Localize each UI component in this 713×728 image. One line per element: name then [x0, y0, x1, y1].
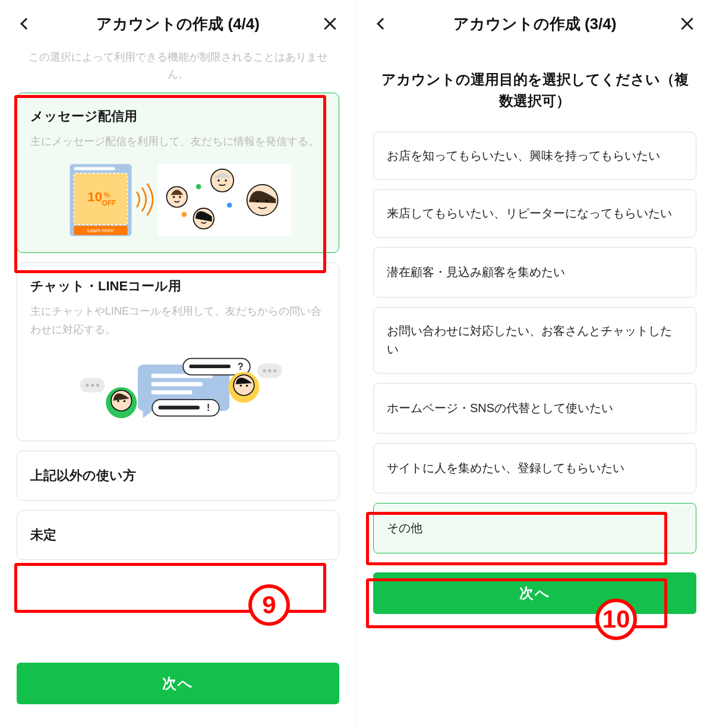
svg-rect-35	[151, 391, 192, 395]
chevron-left-icon	[377, 18, 389, 30]
purpose-label: お店を知ってもらいたい、興味を持ってもらいたい	[387, 149, 660, 162]
svg-text:Learn more: Learn more	[87, 228, 113, 234]
option-desc: 主にメッセージ配信を利用して、友だちに情報を発信する。	[30, 132, 326, 151]
header: アカウントの作成 (4/4)	[0, 0, 356, 46]
purpose-item[interactable]: サイトに人を集めたい、登録してもらいたい	[373, 443, 696, 493]
svg-point-24	[265, 200, 267, 202]
option-illustration: ? !	[30, 349, 326, 429]
svg-point-18	[225, 179, 226, 181]
svg-point-10	[196, 184, 201, 189]
svg-rect-34	[151, 382, 203, 387]
back-button[interactable]	[371, 12, 395, 36]
subtext: この選択によって利用できる機能が制限されることはありません。	[17, 46, 339, 93]
purpose-label: 来店してもらいたい、リピーターになってもらいたい	[387, 207, 672, 220]
page-title: アカウントの作成 (4/4)	[38, 14, 318, 34]
svg-point-48	[268, 369, 271, 372]
option-title: メッセージ配信用	[30, 107, 326, 125]
section-heading: アカウントの運用目的を選択してください（複数選択可）	[356, 46, 713, 132]
svg-point-43	[234, 375, 254, 396]
svg-text:?: ?	[238, 362, 244, 372]
svg-point-32	[124, 400, 125, 402]
svg-point-27	[91, 384, 94, 387]
svg-point-28	[96, 384, 99, 387]
option-title: 未定	[30, 526, 326, 544]
svg-point-31	[117, 400, 119, 402]
next-button[interactable]: 次へ	[373, 572, 696, 614]
svg-point-23	[256, 200, 258, 202]
svg-rect-40	[159, 406, 200, 410]
chevron-left-icon	[20, 18, 32, 30]
content: この選択によって利用できる機能が制限されることはありません。 メッセージ配信用 …	[0, 46, 356, 653]
purpose-item[interactable]: お店を知ってもらいたい、興味を持ってもらいたい	[373, 132, 696, 180]
usage-option-messaging[interactable]: メッセージ配信用 主にメッセージ配信を利用して、友だちに情報を発信する。 10 …	[17, 93, 339, 254]
usage-option-chat-call[interactable]: チャット・LINEコール用 主にチャットやLINEコールを利用して、友だちからの…	[17, 262, 339, 441]
header: アカウントの作成 (3/4)	[356, 0, 713, 46]
purpose-label: その他	[387, 521, 422, 534]
svg-point-26	[86, 384, 89, 387]
purpose-item-other[interactable]: その他	[373, 503, 696, 553]
svg-text:%: %	[104, 191, 110, 198]
svg-point-17	[217, 179, 219, 181]
pane-step-4: アカウントの作成 (4/4) この選択によって利用できる機能が制限されることはあ…	[0, 0, 356, 728]
close-button[interactable]	[318, 12, 342, 36]
svg-point-15	[179, 196, 181, 198]
purpose-item[interactable]: 潜在顧客・見込み顧客を集めたい	[373, 247, 696, 297]
purpose-item[interactable]: お問い合わせに対応したい、お客さんとチャットしたい	[373, 307, 696, 374]
svg-point-16	[211, 169, 234, 192]
back-button[interactable]	[14, 12, 38, 36]
svg-point-14	[173, 196, 175, 198]
close-button[interactable]	[675, 12, 699, 36]
bottom-bar: 次へ	[356, 563, 713, 638]
purpose-label: お問い合わせに対応したい、お客さんとチャットしたい	[387, 324, 672, 356]
purpose-label: サイトに人を集めたい、登録してもらいたい	[387, 461, 624, 474]
bottom-bar: 次へ	[0, 653, 356, 728]
svg-text:!: !	[207, 403, 210, 413]
svg-point-44	[240, 385, 242, 387]
svg-point-20	[200, 218, 201, 220]
svg-rect-1	[74, 167, 115, 170]
svg-point-47	[263, 369, 266, 372]
close-icon	[322, 16, 337, 31]
option-desc: 主にチャットやLINEコールを利用して、友だちからの問い合わせに対応する。	[30, 302, 326, 338]
close-icon	[679, 16, 695, 31]
option-title: 上記以外の使い方	[30, 467, 326, 485]
svg-point-45	[246, 385, 248, 387]
svg-rect-37	[190, 365, 231, 368]
svg-text:OFF: OFF	[102, 199, 116, 207]
svg-point-30	[111, 391, 132, 412]
svg-point-21	[206, 218, 207, 220]
next-button[interactable]: 次へ	[17, 663, 339, 704]
svg-text:10: 10	[87, 189, 102, 204]
option-title: チャット・LINEコール用	[30, 277, 326, 295]
svg-point-49	[273, 369, 276, 372]
svg-point-12	[227, 202, 232, 208]
purpose-list: お店を知ってもらいたい、興味を持ってもらいたい 来店してもらいたい、リピーターに…	[356, 132, 713, 563]
usage-option-other[interactable]: 上記以外の使い方	[17, 451, 339, 501]
usage-option-undecided[interactable]: 未定	[17, 510, 339, 560]
pane-step-3: アカウントの作成 (3/4) アカウントの運用目的を選択してください（複数選択可…	[356, 0, 713, 728]
purpose-label: 潜在顧客・見込み顧客を集めたい	[387, 265, 565, 278]
option-illustration: 10 % OFF Learn more	[30, 161, 326, 240]
purpose-item[interactable]: ホームページ・SNSの代替として使いたい	[373, 383, 696, 433]
purpose-label: ホームページ・SNSの代替として使いたい	[387, 401, 613, 414]
purpose-item[interactable]: 来店してもらいたい、リピーターになってもらいたい	[373, 189, 696, 238]
page-title: アカウントの作成 (3/4)	[395, 14, 675, 34]
svg-point-11	[182, 212, 187, 217]
